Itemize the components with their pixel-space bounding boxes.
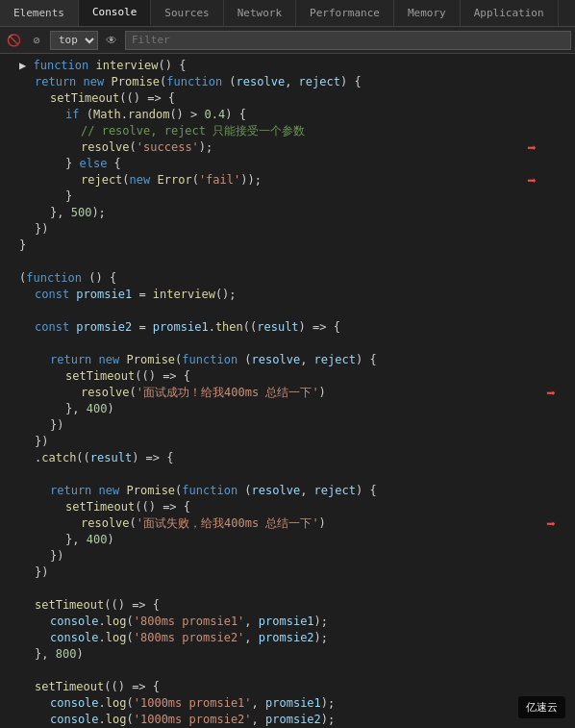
code-line: [0, 254, 575, 270]
tab-bar: Elements Console Sources Network Perform…: [0, 0, 575, 27]
code-line: }, 400): [0, 401, 575, 417]
code-line: [0, 303, 575, 319]
code-line: [0, 336, 575, 352]
code-line: (function () {: [0, 270, 575, 287]
code-line: console.log('800ms promsie1', promsie1);: [0, 614, 575, 630]
code-line: }): [0, 221, 575, 238]
tab-application[interactable]: Application: [461, 0, 559, 26]
code-line: }): [0, 565, 575, 581]
code-line: // resolve, reject 只能接受一个参数: [0, 123, 575, 139]
tab-network[interactable]: Network: [224, 0, 296, 26]
settings-button[interactable]: ⊘: [27, 31, 46, 50]
console-toolbar: 🚫 ⊘ top 👁: [0, 27, 575, 54]
filter-input[interactable]: [125, 31, 571, 50]
code-line: if (Math.random() > 0.4) {: [0, 107, 575, 123]
tab-elements[interactable]: Elements: [0, 0, 79, 26]
code-line: } else {: [0, 156, 575, 172]
clear-console-button[interactable]: 🚫: [4, 31, 23, 50]
code-line: [0, 466, 575, 483]
code-line: }, 400): [0, 532, 575, 548]
tab-memory[interactable]: Memory: [394, 0, 461, 26]
code-line: setTimeout(() => {: [0, 368, 575, 385]
tab-console[interactable]: Console: [79, 0, 151, 26]
code-line: }): [0, 548, 575, 565]
code-line: reject(new Error('fail')); ➡: [0, 172, 575, 188]
code-line: }, 500);: [0, 205, 575, 221]
eye-button[interactable]: 👁: [102, 31, 121, 50]
context-select[interactable]: top: [50, 31, 98, 50]
code-line: const promsie1 = interview();: [0, 287, 575, 303]
code-line: }: [0, 188, 575, 205]
code-line: }): [0, 417, 575, 434]
code-line: }, 800): [0, 646, 575, 663]
tab-sources[interactable]: Sources: [151, 0, 223, 26]
code-line: setTimeout(() => {: [0, 597, 575, 614]
watermark: 亿速云: [518, 696, 565, 718]
tab-performance[interactable]: Performance: [296, 0, 394, 26]
code-line: setTimeout(() => {: [0, 679, 575, 695]
code-line: const promsie2 = promsie1.then((result) …: [0, 319, 575, 336]
code-line: }: [0, 238, 575, 254]
code-line: setTimeout(() => {: [0, 90, 575, 107]
code-line: return new Promise(function (resolve, re…: [0, 483, 575, 499]
code-line: resolve('success'); ➡: [0, 139, 575, 156]
code-line: }): [0, 434, 575, 450]
code-line: return new Promise(function (resolve, re…: [0, 74, 575, 90]
code-line: console.log('1000ms promsie2', promsie2)…: [0, 712, 575, 728]
code-line: resolve('面试失败，给我400ms 总结一下') ➡: [0, 515, 575, 532]
code-line: resolve('面试成功！给我400ms 总结一下') ➡: [0, 385, 575, 401]
code-line: console.log('1000ms promsie1', promsie1)…: [0, 695, 575, 712]
code-line: return new Promise(function (resolve, re…: [0, 352, 575, 368]
code-line: [0, 581, 575, 597]
code-line: .catch((result) => {: [0, 450, 575, 466]
code-line: ▶ function interview() {: [0, 58, 575, 74]
code-line: [0, 663, 575, 679]
code-line: setTimeout(() => {: [0, 499, 575, 515]
code-area: ▶ function interview() { return new Prom…: [0, 54, 575, 728]
code-line: console.log('800ms promsie2', promsie2);: [0, 630, 575, 646]
